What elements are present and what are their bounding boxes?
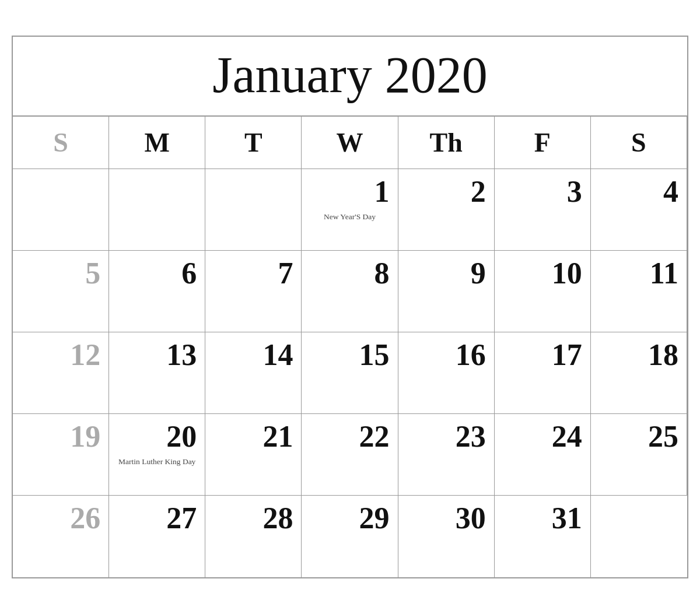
- day-number: 5: [21, 257, 100, 290]
- day-number: 28: [214, 501, 293, 535]
- day-number: 2: [407, 175, 486, 208]
- day-cell-9: 9: [398, 251, 495, 332]
- day-cell-28: 28: [205, 496, 302, 577]
- day-cell-10: 10: [495, 251, 591, 332]
- day-number: 31: [503, 501, 582, 535]
- day-cell-empty: [13, 169, 109, 251]
- day-number: 22: [310, 420, 389, 453]
- day-cell-21: 21: [205, 414, 302, 496]
- day-number: 13: [117, 338, 197, 371]
- header-thursday: Th: [398, 117, 495, 169]
- day-cell-29: 29: [302, 496, 398, 577]
- day-number: 24: [503, 420, 582, 453]
- day-number: 17: [503, 338, 582, 371]
- header-friday: F: [495, 117, 591, 169]
- calendar: January 2020 S M T W Th F S 1 New Year'S…: [12, 36, 688, 578]
- day-cell-11: 11: [591, 251, 687, 332]
- day-cell-24: 24: [495, 414, 591, 496]
- day-number: 9: [407, 257, 486, 290]
- day-number: 23: [407, 420, 486, 453]
- day-cell-14: 14: [205, 332, 302, 414]
- day-cell-26: 26: [13, 496, 109, 577]
- day-cell-8: 8: [302, 251, 398, 332]
- day-cell-empty: [109, 169, 205, 251]
- day-number: 26: [21, 501, 100, 535]
- day-number: 3: [503, 175, 582, 208]
- header-monday: M: [109, 117, 205, 169]
- day-cell-7: 7: [205, 251, 302, 332]
- day-number: 12: [21, 338, 100, 371]
- day-number: 30: [407, 501, 486, 535]
- header-tuesday: T: [205, 117, 302, 169]
- day-cell-25: 25: [591, 414, 687, 496]
- day-number: 29: [310, 501, 389, 535]
- day-number: 20: [117, 420, 197, 453]
- day-cell-5: 5: [13, 251, 109, 332]
- day-cell-23: 23: [398, 414, 495, 496]
- header-wednesday: W: [302, 117, 398, 169]
- day-number: 10: [503, 257, 582, 290]
- day-number: 11: [599, 257, 678, 290]
- day-number: 18: [599, 338, 678, 371]
- day-cell-30: 30: [398, 496, 495, 577]
- calendar-title: January 2020: [13, 37, 687, 117]
- calendar-grid: S M T W Th F S 1 New Year'S Day 2 3 4 5 …: [13, 117, 687, 577]
- day-cell-17: 17: [495, 332, 591, 414]
- day-cell-13: 13: [109, 332, 205, 414]
- day-cell-20: 20 Martin Luther King Day: [109, 414, 205, 496]
- day-cell-2: 2: [398, 169, 495, 251]
- holiday-label: New Year'S Day: [310, 212, 389, 223]
- day-number: 8: [310, 257, 389, 290]
- day-cell-19: 19: [13, 414, 109, 496]
- holiday-label-mlk: Martin Luther King Day: [117, 457, 197, 468]
- day-cell-4: 4: [591, 169, 687, 251]
- day-cell-18: 18: [591, 332, 687, 414]
- day-number: 27: [117, 501, 197, 535]
- header-saturday: S: [591, 117, 687, 169]
- day-number: 16: [407, 338, 486, 371]
- day-cell-27: 27: [109, 496, 205, 577]
- day-number: 7: [214, 257, 293, 290]
- day-cell-22: 22: [302, 414, 398, 496]
- day-cell-3: 3: [495, 169, 591, 251]
- day-cell-empty: [591, 496, 687, 577]
- day-cell-16: 16: [398, 332, 495, 414]
- day-number: 21: [214, 420, 293, 453]
- day-cell-31: 31: [495, 496, 591, 577]
- day-number: 14: [214, 338, 293, 371]
- day-number: 4: [599, 175, 678, 208]
- day-cell-1: 1 New Year'S Day: [302, 169, 398, 251]
- day-cell-12: 12: [13, 332, 109, 414]
- day-number: 1: [310, 175, 389, 208]
- day-number: 25: [599, 420, 678, 453]
- day-cell-empty: [205, 169, 302, 251]
- day-number: 15: [310, 338, 389, 371]
- day-cell-6: 6: [109, 251, 205, 332]
- header-sunday: S: [13, 117, 109, 169]
- day-cell-15: 15: [302, 332, 398, 414]
- day-number: 19: [21, 420, 100, 453]
- day-number: 6: [117, 257, 197, 290]
